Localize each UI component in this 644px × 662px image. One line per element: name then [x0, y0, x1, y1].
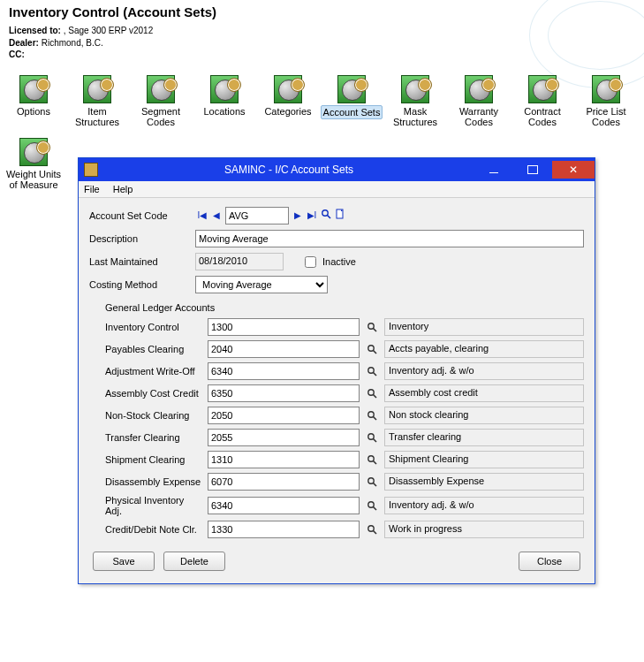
close-window-button[interactable]: [552, 161, 595, 179]
svg-point-21: [368, 526, 374, 531]
finder-icon[interactable]: [365, 386, 379, 400]
svg-point-0: [322, 210, 328, 216]
svg-line-16: [374, 461, 377, 465]
desktop-icon[interactable]: Warranty Codes: [447, 75, 511, 129]
desktop-icon[interactable]: Item Structures: [65, 75, 129, 129]
gl-account-row: Transfer ClearingTransfer clearing: [105, 429, 584, 446]
desktop-icon[interactable]: Options: [2, 75, 65, 129]
gl-account-label: Non-Stock Clearing: [105, 410, 202, 421]
desktop-icon-label: Mask Structures: [383, 105, 447, 129]
desktop-icon[interactable]: Price List Codes: [574, 75, 638, 129]
gl-account-code-input[interactable]: [208, 318, 360, 336]
description-input[interactable]: [195, 230, 584, 247]
nav-last-icon[interactable]: ▶I: [305, 209, 319, 223]
finder-icon[interactable]: [365, 522, 379, 536]
new-icon[interactable]: [333, 209, 347, 223]
inactive-checkbox-wrap[interactable]: Inactive: [301, 254, 356, 270]
svg-line-14: [374, 439, 377, 443]
gl-account-code-input[interactable]: [208, 497, 360, 514]
menubar: File Help: [79, 181, 595, 198]
gl-account-row: Payables ClearingAccts payable, clearing: [105, 340, 584, 358]
gl-account-code-input[interactable]: [208, 521, 360, 538]
finder-icon[interactable]: [365, 498, 379, 513]
menu-help[interactable]: Help: [113, 184, 133, 194]
gl-account-desc: Accts payable, clearing: [384, 340, 584, 358]
gl-section-title: General Ledger Accounts: [105, 302, 584, 313]
account-set-code-input[interactable]: [225, 207, 289, 224]
save-button[interactable]: Save: [93, 552, 155, 571]
gl-account-code-input[interactable]: [208, 340, 360, 358]
titlebar[interactable]: SAMINC - I/C Account Sets: [79, 158, 595, 181]
window-title: SAMINC - I/C Account Sets: [103, 164, 474, 176]
maximize-button[interactable]: [513, 161, 552, 179]
licensed-to-value: , Sage 300 ERP v2012: [64, 26, 154, 35]
inactive-checkbox[interactable]: [305, 256, 316, 268]
finder-icon[interactable]: [319, 209, 333, 223]
gl-account-code-input[interactable]: [208, 451, 360, 468]
svg-line-10: [374, 395, 377, 399]
desktop-icon[interactable]: Locations: [193, 75, 256, 129]
svg-point-3: [368, 323, 374, 329]
svg-line-18: [374, 483, 377, 487]
close-button[interactable]: Close: [519, 552, 580, 571]
license-block: Licensed to: , Sage 300 ERP v2012 Dealer…: [0, 21, 644, 70]
finder-icon[interactable]: [365, 475, 379, 489]
dealer-value: Richmond, B.C.: [42, 38, 103, 48]
inactive-label: Inactive: [322, 256, 356, 267]
gl-account-label: Assembly Cost Credit: [105, 388, 202, 399]
svg-point-11: [368, 412, 374, 417]
gl-account-desc: Inventory: [384, 318, 584, 336]
gl-account-desc: Transfer clearing: [384, 429, 584, 446]
desktop-icon[interactable]: Weight Units of Measure: [2, 138, 65, 192]
gl-account-row: Physical Inventory Adj.Inventory adj. & …: [105, 495, 584, 516]
desktop-icon-label: Categories: [262, 105, 313, 118]
desktop-icon[interactable]: Contract Codes: [511, 75, 574, 129]
svg-point-19: [368, 502, 374, 507]
desktop-icon[interactable]: Segment Codes: [129, 75, 193, 129]
nav-next-icon[interactable]: ▶: [291, 209, 305, 223]
nav-first-icon[interactable]: I◀: [195, 209, 209, 223]
svg-line-4: [374, 329, 377, 332]
desktop-icon-label: Item Structures: [65, 105, 129, 129]
gl-account-code-input[interactable]: [208, 407, 360, 424]
gl-account-desc: Disassembly Expense: [384, 473, 584, 491]
gl-account-label: Shipment Clearing: [105, 454, 202, 465]
gl-account-code-input[interactable]: [208, 429, 360, 446]
minimize-button[interactable]: [474, 161, 513, 179]
svg-point-5: [368, 346, 374, 351]
gl-account-row: Inventory ControlInventory: [105, 318, 584, 336]
finder-icon[interactable]: [365, 408, 379, 422]
finder-icon[interactable]: [365, 320, 379, 334]
account-set-code-label: Account Set Code: [89, 210, 195, 221]
svg-point-17: [368, 478, 374, 483]
desktop-icon[interactable]: Categories: [256, 75, 320, 129]
gl-account-desc: Inventory adj. & w/o: [384, 497, 584, 514]
gl-account-code-input[interactable]: [208, 384, 360, 402]
svg-line-20: [374, 507, 377, 511]
app-icon: [528, 75, 557, 103]
gl-account-code-input[interactable]: [208, 473, 360, 491]
app-icon: [19, 75, 48, 103]
gl-account-row: Non-Stock ClearingNon stock clearing: [105, 407, 584, 424]
gl-account-desc: Non stock clearing: [384, 407, 584, 424]
desktop-icon[interactable]: Mask Structures: [383, 75, 447, 129]
desktop-icon-label: Warranty Codes: [447, 105, 511, 129]
gl-account-row: Disassembly ExpenseDisassembly Expense: [105, 473, 584, 491]
gl-account-row: Credit/Debit Note Clr.Work in progress: [105, 521, 584, 538]
app-icon: [592, 75, 620, 103]
gl-account-row: Adjustment Write-OffInventory adj. & w/o: [105, 362, 584, 380]
delete-button[interactable]: Delete: [163, 552, 225, 571]
desktop-icon[interactable]: Account Sets: [320, 75, 383, 129]
finder-icon[interactable]: [365, 453, 379, 467]
description-label: Description: [89, 233, 195, 244]
finder-icon[interactable]: [365, 430, 379, 445]
nav-prev-icon[interactable]: ◀: [209, 209, 224, 223]
finder-icon[interactable]: [365, 342, 379, 356]
gl-account-code-input[interactable]: [208, 362, 360, 380]
svg-line-1: [328, 216, 331, 219]
finder-icon[interactable]: [365, 364, 379, 378]
costing-method-select[interactable]: Moving Average: [195, 276, 328, 293]
svg-line-12: [374, 417, 377, 421]
menu-file[interactable]: File: [84, 184, 100, 194]
licensed-to-label: Licensed to:: [9, 26, 61, 35]
